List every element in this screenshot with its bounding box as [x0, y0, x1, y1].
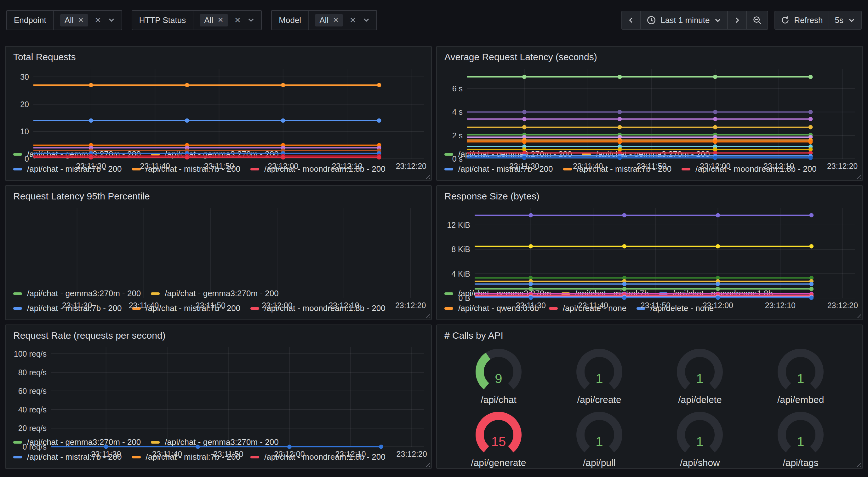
- panel-response-size: Response Size (bytes) 23:11:3023:11:4023…: [436, 185, 863, 320]
- time-controls: Last 1 minute Refresh 5s: [621, 11, 862, 30]
- x-tick-label: 23:11:30: [76, 161, 106, 171]
- x-tick-label: 23:11:40: [578, 301, 608, 310]
- x-tick-label: 23:12:00: [700, 161, 731, 171]
- time-shift-forward-button[interactable]: [727, 11, 747, 30]
- series-point: [528, 296, 533, 300]
- series-point: [808, 75, 813, 79]
- gauge-api-delete[interactable]: 1/api/delete: [650, 344, 750, 407]
- panel-title[interactable]: Request Rate (requests per second): [6, 325, 431, 342]
- gauge-label: /api/show: [680, 457, 720, 468]
- filter-clear-icon[interactable]: ✕: [94, 16, 101, 24]
- filter-value[interactable]: All✕✕: [193, 11, 261, 30]
- refresh-interval-label: 5s: [835, 16, 843, 25]
- gauge-api-pull[interactable]: 1/api/pull: [549, 407, 650, 469]
- panel-grid: Total Requests 23:11:3023:11:4023:11:502…: [0, 46, 868, 469]
- chart-area[interactable]: 23:11:3023:11:4023:11:5023:12:0023:12:10…: [441, 204, 859, 287]
- x-tick-label: 23:12:20: [827, 161, 858, 171]
- series-point: [808, 156, 813, 160]
- series-point: [528, 244, 533, 248]
- panel-title[interactable]: Request Latency 95th Percentile: [6, 186, 431, 203]
- panel-title[interactable]: Average Request Latency (seconds): [437, 47, 862, 64]
- filter-chip-value: All: [204, 16, 213, 25]
- gauge-fill: [480, 356, 488, 386]
- series-point: [808, 117, 813, 121]
- filter-value[interactable]: All✕✕: [309, 11, 376, 30]
- gauge-label: /api/create: [577, 394, 621, 405]
- chevron-down-icon[interactable]: [108, 17, 115, 24]
- series-point: [809, 213, 814, 217]
- filter-chip[interactable]: All✕: [200, 14, 228, 27]
- series-point: [622, 287, 626, 291]
- filter-chip[interactable]: All✕: [315, 14, 343, 27]
- panel-title[interactable]: Response Size (bytes): [437, 186, 862, 203]
- x-tick-label: 23:12:20: [827, 301, 858, 310]
- refresh-label: Refresh: [794, 16, 823, 25]
- x-tick-label: 23:12:10: [765, 301, 796, 310]
- chip-remove-icon[interactable]: ✕: [333, 16, 339, 24]
- y-tick-label: 2 s: [452, 131, 463, 140]
- x-tick-label: 23:12:20: [396, 161, 427, 171]
- filter-clear-icon[interactable]: ✕: [234, 16, 241, 24]
- chip-remove-icon[interactable]: ✕: [78, 16, 84, 24]
- series-point: [522, 117, 527, 121]
- series-point: [528, 282, 533, 287]
- filter-chip[interactable]: All✕: [60, 14, 88, 27]
- chart-area[interactable]: 23:11:3023:11:4023:11:5023:12:0023:12:10…: [9, 204, 427, 287]
- x-tick-label: 23:12:20: [397, 450, 427, 458]
- y-tick-label: 30: [20, 72, 29, 81]
- gauge-value: 1: [696, 434, 704, 449]
- series-point: [622, 282, 626, 287]
- filter-chip-value: All: [65, 16, 74, 25]
- series-point: [622, 296, 626, 300]
- y-tick-label: 4 s: [452, 108, 463, 116]
- chart-area[interactable]: 23:11:3023:11:4023:11:5023:12:0023:12:10…: [9, 65, 427, 147]
- series-point: [618, 117, 622, 121]
- x-tick-label: 23:11:40: [152, 450, 182, 458]
- time-shift-back-button[interactable]: [621, 11, 641, 30]
- gauge-api-embed[interactable]: 1/api/embed: [750, 344, 851, 407]
- filter-label: HTTP Status: [132, 11, 193, 30]
- y-tick-label: 0 B: [458, 294, 470, 302]
- gauge-label: /api/chat: [480, 394, 516, 405]
- refresh-button[interactable]: Refresh: [774, 11, 829, 30]
- chart-area[interactable]: 23:11:3023:11:4023:11:5023:12:0023:12:10…: [441, 65, 859, 147]
- time-zoom-out-button[interactable]: [746, 11, 768, 30]
- x-tick-label: 23:12:00: [274, 450, 305, 458]
- gauge-api-show[interactable]: 1/api/show: [650, 407, 750, 469]
- x-tick-label: 23:12:10: [764, 161, 794, 171]
- gauge-arc: 15: [465, 407, 532, 457]
- gauge-api-chat[interactable]: 9/api/chat: [448, 344, 549, 407]
- panel-title[interactable]: # Calls by API: [437, 325, 862, 342]
- time-range-button[interactable]: Last 1 minute: [640, 11, 728, 30]
- chart-svg: 23:11:3023:11:4023:11:5023:12:0023:12:10…: [441, 204, 859, 311]
- series-point: [522, 156, 527, 160]
- filter-value[interactable]: All✕✕: [54, 11, 122, 30]
- series-point: [522, 140, 527, 144]
- chip-remove-icon[interactable]: ✕: [218, 16, 223, 24]
- chart-area[interactable]: 23:11:3023:11:4023:11:5023:12:0023:12:10…: [9, 344, 427, 436]
- gauge-label: /api/embed: [777, 394, 824, 405]
- refresh-group: Refresh 5s: [774, 11, 862, 30]
- series-point: [622, 213, 626, 217]
- x-tick-label: 23:11:50: [213, 450, 243, 458]
- gauge-api-generate[interactable]: 15/api/generate: [448, 407, 549, 469]
- series-point: [522, 125, 527, 129]
- gauge-value: 1: [696, 371, 704, 386]
- x-tick-label: 23:12:10: [335, 450, 366, 458]
- panel-average-request-latency: Average Request Latency (seconds) 23:11:…: [436, 46, 863, 181]
- series-point: [522, 75, 527, 79]
- gauge-api-create[interactable]: 1/api/create: [549, 344, 650, 407]
- series-point: [528, 287, 533, 291]
- series-point: [618, 140, 622, 144]
- chevron-down-icon[interactable]: [363, 17, 370, 24]
- panel-title[interactable]: Total Requests: [6, 47, 431, 64]
- gauge-api-tags[interactable]: 1/api/tags: [750, 407, 851, 469]
- chevron-down-icon: [714, 17, 721, 24]
- refresh-interval-button[interactable]: 5s: [829, 11, 862, 30]
- y-tick-label: 6 s: [452, 84, 463, 93]
- series-point: [185, 155, 189, 160]
- chevron-down-icon[interactable]: [247, 17, 255, 24]
- chart-svg: 23:11:3023:11:4023:11:5023:12:0023:12:10…: [9, 65, 428, 172]
- x-tick-label: 23:12:10: [332, 161, 362, 171]
- filter-clear-icon[interactable]: ✕: [349, 16, 356, 24]
